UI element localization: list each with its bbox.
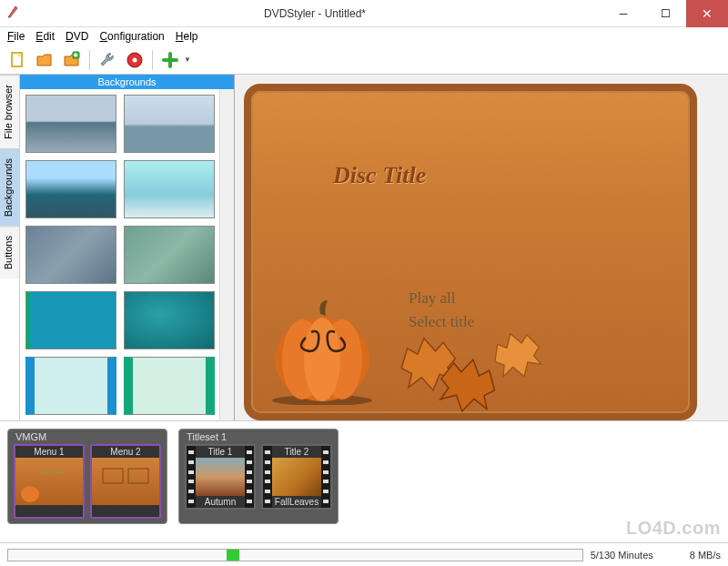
background-thumb[interactable] (124, 226, 215, 284)
menu-preview[interactable]: Disc Title Play all Select title (244, 84, 697, 420)
menu-dvd[interactable]: DVD (66, 30, 88, 43)
toolbar: ▼ (0, 45, 728, 75)
watermark: LO4D.com (626, 518, 721, 539)
svg-point-3 (133, 57, 137, 62)
svg-point-9 (21, 486, 39, 502)
timeline-item-foot: Autumn (196, 496, 245, 508)
filmstrip-left (263, 446, 272, 508)
timeline: VMGM Menu 1 Disc Title Menu 2 Titleset 1 (0, 420, 728, 531)
window-title: DVDStyler - Untitled* (27, 7, 602, 20)
filmstrip-right (245, 446, 254, 508)
menu-edit[interactable]: Edit (35, 30, 55, 43)
background-thumb[interactable] (124, 291, 215, 349)
timeline-item-foot: FallLeaves (272, 496, 321, 508)
progress-fill (227, 550, 239, 561)
pumpkin-graphic (268, 296, 386, 408)
svg-rect-12 (128, 469, 148, 483)
browser-scrollbar[interactable] (219, 89, 234, 420)
status-minutes: 5/130 Minutes (591, 550, 653, 561)
timeline-group-vmgm: VMGM Menu 1 Disc Title Menu 2 (7, 429, 167, 524)
tab-file-browser[interactable]: File browser (0, 75, 19, 148)
timeline-item-foot (15, 505, 83, 517)
background-thumb[interactable] (124, 357, 215, 415)
status-rate: 8 MB/s (690, 550, 721, 561)
maximize-button[interactable]: ☐ (644, 0, 686, 27)
menu-play-all[interactable]: Play all (409, 289, 455, 308)
main-area: File browser Backgrounds Buttons Backgro… (0, 75, 728, 420)
open-button[interactable] (33, 48, 56, 72)
save-button[interactable] (60, 48, 84, 72)
timeline-clip-item[interactable]: Title 2 FallLeaves (261, 444, 332, 510)
timeline-item-foot (92, 505, 159, 517)
timeline-clip-item[interactable]: Title 1 Autumn (185, 444, 256, 510)
menu-file[interactable]: File (7, 30, 25, 43)
timeline-item-label: Menu 1 (15, 446, 83, 458)
background-thumbnails (20, 89, 219, 420)
new-button[interactable] (5, 48, 29, 72)
progress-bar (7, 549, 583, 561)
burn-button[interactable] (123, 48, 147, 72)
add-button[interactable] (158, 48, 182, 72)
burn-disc-icon (126, 51, 144, 69)
background-thumb[interactable] (124, 160, 215, 218)
side-tabs: File browser Backgrounds Buttons (0, 75, 20, 420)
new-file-icon (8, 51, 26, 69)
menubar: File Edit DVD Configuration Help (0, 27, 728, 45)
tab-buttons[interactable]: Buttons (0, 226, 19, 278)
background-thumb[interactable] (25, 357, 116, 415)
svg-rect-0 (12, 53, 22, 66)
titlebar: DVDStyler - Untitled* ─ ☐ ✕ (0, 0, 728, 27)
background-thumb[interactable] (25, 226, 116, 284)
open-folder-icon (35, 51, 54, 69)
settings-button[interactable] (96, 48, 119, 72)
svg-rect-11 (103, 469, 123, 483)
timeline-menu-item[interactable]: Menu 2 (90, 444, 161, 519)
menu-configuration[interactable]: Configuration (99, 30, 164, 43)
svg-text:Disc Title: Disc Title (41, 470, 64, 475)
group-label: Titleset 1 (185, 431, 332, 442)
browser-panel: Backgrounds (20, 75, 235, 420)
canvas-area: Disc Title Play all Select title (235, 75, 728, 420)
timeline-item-label: Title 2 (272, 446, 321, 458)
svg-point-8 (304, 318, 340, 401)
close-button[interactable]: ✕ (686, 0, 728, 27)
timeline-menu-item[interactable]: Menu 1 Disc Title (14, 444, 85, 519)
timeline-item-label: Title 1 (196, 446, 245, 458)
timeline-item-label: Menu 2 (92, 446, 159, 458)
add-plus-icon (161, 51, 179, 69)
leaves-graphic (369, 314, 551, 417)
app-icon (0, 5, 27, 22)
group-label: VMGM (14, 431, 161, 442)
timeline-group-titleset1: Titleset 1 Title 1 Autumn Title 2 FallLe… (178, 429, 339, 524)
background-thumb[interactable] (25, 160, 116, 218)
background-thumb[interactable] (25, 95, 116, 153)
tab-backgrounds[interactable]: Backgrounds (0, 148, 19, 226)
disc-title-text[interactable]: Disc Title (333, 162, 426, 189)
browser-heading: Backgrounds (20, 75, 234, 89)
filmstrip-left (187, 446, 196, 508)
add-dropdown-arrow[interactable]: ▼ (184, 56, 191, 64)
wrench-icon (98, 51, 116, 69)
statusbar: 5/130 Minutes 8 MB/s (0, 542, 728, 566)
minimize-button[interactable]: ─ (602, 0, 644, 27)
background-thumb[interactable] (124, 95, 215, 153)
menu-help[interactable]: Help (176, 30, 198, 43)
filmstrip-right (321, 446, 330, 508)
background-thumb[interactable] (25, 291, 116, 349)
save-icon (63, 51, 81, 69)
